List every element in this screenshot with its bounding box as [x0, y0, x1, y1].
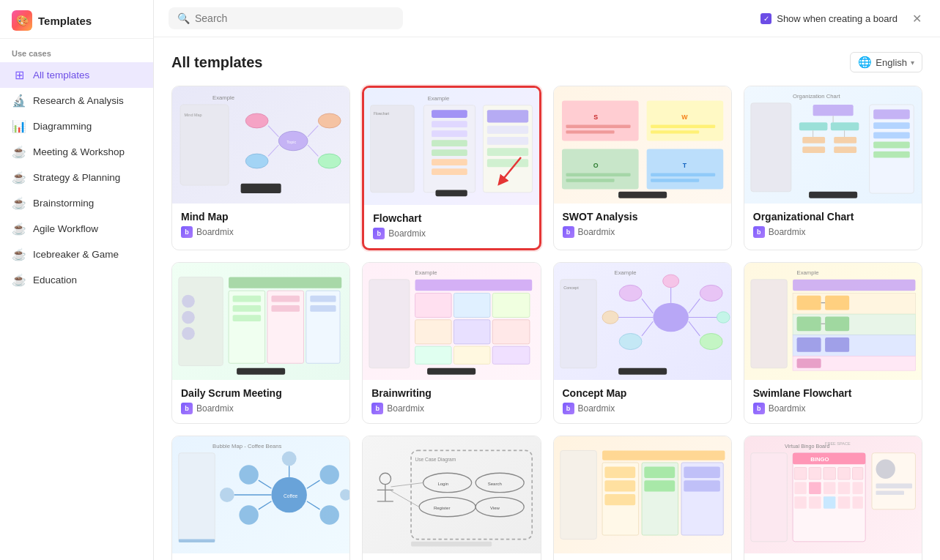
svg-rect-90	[454, 293, 491, 317]
search-box[interactable]: 🔍	[169, 7, 403, 29]
svg-line-113	[688, 321, 699, 336]
sidebar-item-label: Diagramming	[33, 121, 92, 132]
svg-rect-55	[799, 122, 828, 130]
sidebar-item-label: Agile Workflow	[33, 223, 98, 234]
author-label: Boardmix	[769, 403, 806, 414]
template-card-bingo[interactable]: Virtual Bingo Board BINGO	[744, 436, 922, 560]
card-info-org-chart: Organizational Chart b Boardmix	[744, 204, 922, 247]
template-card-flowchart[interactable]: Example Flowchart	[362, 86, 541, 250]
template-card-use-case[interactable]: Use Case Diagram Login Register Search V…	[362, 436, 541, 560]
svg-point-202	[876, 460, 895, 479]
game-icon: ☕	[12, 247, 26, 261]
usecase-preview-svg: Use Case Diagram Login Register Search V…	[363, 436, 540, 553]
svg-rect-26	[487, 110, 528, 122]
svg-rect-98	[427, 368, 475, 375]
sidebar-item-icebreaker-game[interactable]: ☕ Icebreaker & Game	[0, 242, 153, 267]
templates-grid: Example Mind Map Topic	[171, 86, 922, 560]
svg-rect-81	[310, 305, 336, 312]
svg-rect-128	[796, 316, 821, 331]
swot-preview-svg: S W O T	[554, 86, 731, 204]
agile-icon: ☕	[12, 222, 26, 236]
svg-rect-94	[493, 320, 530, 344]
author-label: Boardmix	[196, 403, 234, 414]
svg-text:Register: Register	[434, 506, 451, 510]
svg-point-160	[475, 497, 524, 516]
svg-text:W: W	[681, 113, 688, 121]
sidebar-item-brainstorming[interactable]: ☕ Brainstorming	[0, 190, 153, 216]
svg-rect-196	[794, 496, 807, 509]
language-selector[interactable]: 🌐 English ▾	[850, 52, 922, 72]
svg-rect-197	[809, 496, 821, 509]
template-card-org-chart[interactable]: Organization Chart	[744, 86, 922, 250]
svg-line-112	[642, 321, 653, 336]
show-creating-checkbox[interactable]: ✓	[760, 13, 771, 24]
svg-point-138	[239, 465, 258, 484]
svg-rect-186	[794, 468, 807, 480]
card-preview-swimlane: Example	[744, 263, 922, 380]
template-card-swimlane[interactable]: Example	[744, 262, 922, 424]
brainwriting-preview-svg: Example	[363, 263, 540, 380]
card-preview-brainwriting: Example	[363, 263, 540, 380]
sidebar-item-all-templates[interactable]: ⊞ All templates	[0, 62, 153, 88]
svg-rect-131	[796, 337, 821, 352]
svg-rect-50	[618, 192, 667, 198]
sidebar-item-education[interactable]: ☕ Education	[0, 267, 153, 293]
svg-rect-201	[872, 453, 915, 509]
svg-line-111	[688, 299, 699, 313]
svg-rect-22	[432, 149, 467, 156]
sidebar-item-diagramming[interactable]: 📊 Diagramming	[0, 113, 153, 139]
svg-rect-21	[432, 140, 467, 146]
sidebar-item-agile-workflow[interactable]: ☕ Agile Workflow	[0, 216, 153, 242]
svg-rect-23	[432, 159, 467, 165]
svg-rect-203	[876, 484, 912, 489]
template-card-kanban[interactable]: Kanban Board b Boardmix	[553, 436, 732, 560]
template-card-swot[interactable]: S W O T	[553, 86, 732, 250]
svg-rect-194	[837, 482, 850, 494]
card-name-swimlane: Swimlane Flowchart	[753, 387, 913, 399]
sidebar-item-meeting-workshop[interactable]: ☕ Meeting & Workshop	[0, 139, 153, 165]
concept-preview-svg: Example Concept	[554, 263, 731, 380]
template-card-brainwriting[interactable]: Example	[362, 262, 541, 424]
svg-text:Example: Example	[415, 269, 437, 276]
svg-rect-151	[179, 540, 215, 542]
svg-line-147	[259, 501, 272, 509]
grid-icon: ⊞	[12, 68, 26, 82]
svg-point-102	[653, 303, 688, 332]
svg-rect-77	[233, 315, 262, 321]
sidebar-item-strategy-planning[interactable]: ☕ Strategy & Planning	[0, 165, 153, 190]
show-when-creating-row[interactable]: ✓ Show when creating a board	[760, 13, 898, 24]
svg-rect-168	[411, 542, 492, 547]
svg-rect-61	[802, 146, 825, 153]
svg-point-82	[182, 295, 195, 308]
svg-rect-100	[560, 280, 596, 368]
sidebar-item-label: Education	[33, 275, 77, 285]
svg-rect-188	[824, 468, 836, 480]
template-card-bubble-map[interactable]: Bubble Map - Coffee Beans Coffee	[171, 436, 350, 560]
svg-point-162	[380, 473, 391, 484]
svg-line-110	[642, 299, 653, 313]
svg-rect-47	[566, 179, 614, 182]
boardmix-logo: b	[371, 403, 383, 414]
close-button[interactable]: ✕	[908, 10, 925, 27]
svg-rect-97	[493, 346, 530, 364]
sidebar-item-research-analysis[interactable]: 🔬 Research & Analysis	[0, 88, 153, 113]
card-info-flowchart: Flowchart b Boardmix	[364, 205, 539, 248]
template-card-mind-map[interactable]: Example Mind Map Topic	[171, 86, 350, 250]
globe-icon: 🌐	[858, 56, 872, 69]
svg-point-143	[282, 452, 297, 466]
svg-rect-42	[566, 124, 630, 127]
svg-rect-52	[751, 103, 791, 192]
template-card-daily-scrum[interactable]: Daily Scrum Meeting b Boardmix	[171, 262, 350, 424]
search-input[interactable]	[195, 12, 394, 24]
svg-rect-36	[562, 149, 639, 190]
svg-text:Virtual Bingo Board: Virtual Bingo Board	[785, 444, 829, 449]
template-card-concept-map[interactable]: Example Concept	[553, 262, 732, 424]
svg-rect-68	[873, 152, 910, 158]
sidebar-item-label: Strategy & Planning	[33, 172, 120, 183]
bingo-preview-svg: Virtual Bingo Board BINGO	[744, 436, 922, 553]
diagram-icon: 📊	[12, 119, 26, 133]
meeting-icon: ☕	[12, 145, 26, 159]
boardmix-logo: b	[753, 226, 765, 238]
card-info-kanban: Kanban Board b Boardmix	[554, 553, 731, 560]
svg-rect-48	[651, 173, 715, 176]
